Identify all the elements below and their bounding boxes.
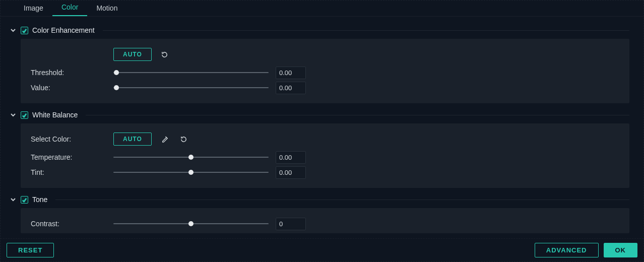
slider-thumb[interactable] [188,155,194,160]
checkbox-color-enhancement[interactable] [21,27,28,34]
threshold-slider[interactable] [113,69,269,76]
select-color-label: Select Color: [31,135,106,143]
contrast-slider[interactable] [113,220,269,227]
slider-thumb[interactable] [114,70,119,75]
reset-button[interactable]: RESET [7,243,54,257]
checkbox-white-balance[interactable] [21,111,28,119]
chevron-down-icon[interactable] [10,27,17,34]
footer: RESET ADVANCED OK [1,238,643,261]
tint-label: Tint: [31,168,106,176]
value-label: Value: [31,84,106,92]
reset-icon[interactable] [178,133,190,145]
chevron-down-icon[interactable] [10,111,17,118]
threshold-label: Threshold: [31,69,106,77]
contrast-value[interactable] [276,218,306,230]
tint-value[interactable] [276,166,306,179]
slider-thumb[interactable] [188,170,194,175]
tint-slider[interactable] [113,169,269,176]
auto-button-color-enhancement[interactable]: AUTO [113,48,152,61]
tab-image[interactable]: Image [15,1,52,16]
section-title: Color Enhancement [32,26,95,34]
temperature-value[interactable] [276,151,306,164]
tab-motion[interactable]: Motion [87,1,126,16]
tabs: Image Color Motion [1,1,643,17]
section-white-balance: White Balance Select Color: AUTO [6,106,629,188]
value-slider[interactable] [113,84,269,91]
eyedropper-icon[interactable] [159,133,171,145]
ok-button[interactable]: OK [604,243,638,257]
advanced-button[interactable]: ADVANCED [535,243,599,257]
contrast-label: Contrast: [31,220,106,228]
value-value[interactable] [276,82,306,94]
reset-icon[interactable] [159,48,171,60]
divider [86,115,629,115]
threshold-value[interactable] [276,67,306,79]
slider-thumb[interactable] [188,221,194,226]
tab-color[interactable]: Color [52,0,87,16]
divider [103,30,629,31]
section-tone: Tone Contrast: [6,191,629,233]
divider [55,200,629,200]
section-title: Tone [32,195,47,204]
auto-button-white-balance[interactable]: AUTO [113,133,152,146]
content-scroll[interactable]: Color Enhancement AUTO Threshold: [1,17,643,238]
slider-thumb[interactable] [114,85,119,90]
section-color-enhancement: Color Enhancement AUTO Threshold: [6,22,629,103]
temperature-slider[interactable] [113,154,269,161]
section-title: White Balance [32,111,78,119]
temperature-label: Temperature: [31,153,106,161]
checkbox-tone[interactable] [21,196,28,204]
chevron-down-icon[interactable] [10,196,17,203]
